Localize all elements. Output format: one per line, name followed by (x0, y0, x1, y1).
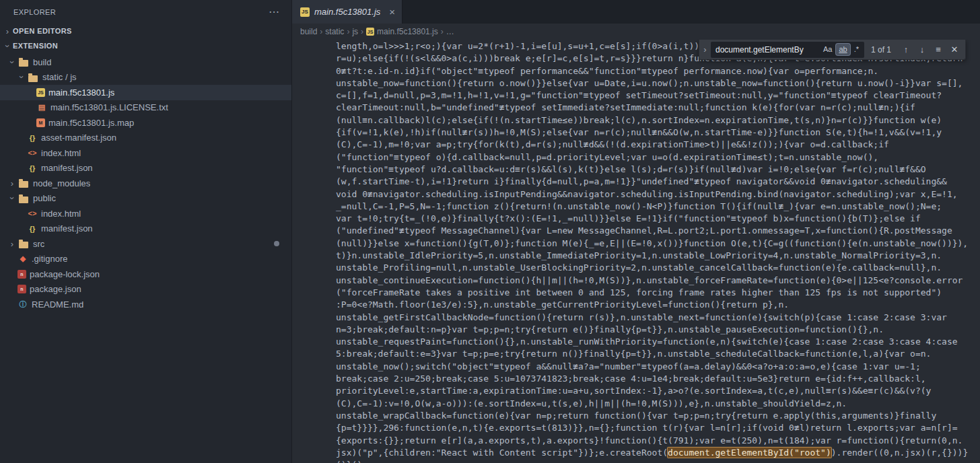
folder-icon (28, 75, 38, 82)
section-open-editors[interactable]: › OPEN EDITORS (0, 24, 291, 38)
file-label: package.json (30, 284, 81, 294)
folder-icon (19, 181, 28, 188)
js-file-icon: JS (366, 28, 374, 36)
breadcrumb-separator-icon: › (441, 27, 444, 36)
find-in-selection-icon[interactable]: ≡ (930, 42, 946, 58)
section-label: OPEN EDITORS (13, 27, 72, 35)
tree-item[interactable]: <> index.html (0, 145, 291, 161)
chevron-right-icon: › (2, 26, 13, 36)
editor-pane[interactable]: length,o=l>>>1;r<o;){var u=2*(r+1)-1,i=e… (292, 40, 980, 463)
explorer-more-actions-icon[interactable]: ⋯ (269, 7, 279, 17)
file-tree: › build › static / js JS main.f5c13801.j… (0, 55, 291, 312)
file-label: src (33, 239, 44, 249)
file-label: .gitignore (32, 254, 67, 264)
breadcrumb-item-file[interactable]: main.f5c13801.js (377, 27, 438, 36)
file-label: package-lock.json (30, 269, 100, 279)
find-results-count: 1 of 1 (871, 45, 891, 55)
tree-item[interactable]: › src (0, 236, 291, 252)
tree-item[interactable]: n package-lock.json (0, 266, 291, 282)
js-icon: JS (36, 88, 45, 97)
breadcrumb-item-js[interactable]: js (352, 27, 358, 36)
file-label: README.md (32, 299, 83, 310)
search-match-highlight: document.getElementById("root") (668, 448, 831, 458)
js-file-icon: JS (300, 7, 310, 17)
folder-icon (19, 242, 28, 248)
find-close-icon[interactable]: ✕ (946, 42, 963, 58)
npm-icon: n (18, 270, 26, 279)
file-label: build (33, 57, 51, 67)
chevron-down-icon: › (3, 40, 13, 51)
code-content: length,o=l>>>1;r<o;){var u=2*(r+1)-1,i=e… (292, 40, 980, 463)
file-label: manifest.json (41, 163, 93, 173)
file-label: asset-manifest.json (41, 133, 116, 143)
tab-close-icon[interactable]: × (389, 7, 395, 17)
npm-icon: n (18, 285, 26, 293)
modified-dot (274, 241, 279, 246)
find-input[interactable]: document.getElementBy Aa ab .* (711, 42, 864, 58)
breadcrumb-item-symbol[interactable]: … (446, 27, 454, 36)
chevron-down-icon: › (17, 72, 27, 83)
breadcrumb-item-static[interactable]: static (325, 27, 344, 36)
txt-icon: ▤ (36, 102, 47, 113)
breadcrumb-separator-icon: › (320, 27, 322, 36)
find-input-value: document.getElementBy (715, 45, 819, 55)
tree-item[interactable]: › build (0, 55, 291, 70)
file-label: main.f5c13801.js.map (48, 118, 134, 128)
tree-item[interactable]: <> index.html (0, 206, 291, 221)
file-label: main.f5c13801.js (48, 87, 114, 98)
tree-item[interactable]: n package.json (0, 282, 291, 297)
tree-item[interactable]: {} manifest.json (0, 161, 291, 176)
match-case-toggle[interactable]: Aa (820, 44, 835, 55)
file-label: manifest.json (41, 223, 93, 234)
tab-label: main.f5c13801.js (314, 7, 380, 17)
explorer-title: EXPLORER (13, 8, 56, 16)
regex-toggle[interactable]: .* (851, 44, 862, 55)
file-label: main.f5c13801.js.LICENSE.txt (50, 102, 168, 112)
tree-item[interactable]: M main.f5c13801.js.map (0, 115, 291, 131)
explorer-sidebar: EXPLORER ⋯ › OPEN EDITORS › EXTENSION › … (0, 0, 292, 463)
section-label: EXTENSION (13, 42, 58, 50)
file-label: static / js (42, 72, 77, 82)
whole-word-toggle[interactable]: ab (836, 44, 849, 55)
breadcrumb: build › static › js › JS main.f5c13801.j… (292, 24, 980, 40)
tree-item[interactable]: ◆ .gitignore (0, 252, 291, 267)
chevron-down-icon: › (7, 193, 18, 204)
folder-icon (19, 197, 28, 203)
json-icon: {} (27, 163, 38, 174)
breadcrumb-separator-icon: › (361, 27, 363, 36)
git-icon: ◆ (18, 254, 28, 264)
file-label: public (33, 193, 56, 203)
vscode-window: EXPLORER ⋯ › OPEN EDITORS › EXTENSION › … (0, 0, 980, 463)
tree-item[interactable]: {} asset-manifest.json (0, 131, 291, 146)
code-segment: length,o=l>>>1;r<o;){var u=2*(r+1)-1,i=e… (336, 41, 968, 458)
tree-item[interactable]: › node_modules (0, 176, 291, 191)
tab-main-f5c13801-js[interactable]: JS main.f5c13801.js × (292, 0, 403, 24)
tree-item[interactable]: JS main.f5c13801.js (0, 85, 291, 100)
md-icon: ⓘ (18, 299, 28, 310)
file-label: node_modules (33, 178, 90, 188)
tree-item[interactable]: ⓘ README.md (0, 297, 291, 312)
folder-icon (19, 60, 28, 67)
find-previous-icon[interactable]: ↑ (898, 42, 914, 58)
html-icon: <> (27, 147, 38, 158)
chevron-right-icon: › (7, 239, 18, 249)
breadcrumb-separator-icon: › (347, 27, 349, 36)
html-icon: <> (27, 208, 38, 219)
chevron-down-icon: › (7, 57, 18, 67)
file-label: index.html (41, 209, 81, 219)
section-extension-root[interactable]: › EXTENSION (0, 38, 291, 53)
tree-item[interactable]: › static / js (0, 70, 291, 85)
chevron-right-icon: › (7, 178, 18, 188)
tree-item[interactable]: › public (0, 191, 291, 207)
breadcrumb-item-build[interactable]: build (300, 27, 317, 36)
toggle-replace-icon[interactable]: › (699, 40, 711, 59)
file-label: index.html (41, 148, 81, 158)
editor-group: JS main.f5c13801.js × build › static › j… (292, 0, 980, 463)
json-icon: {} (27, 223, 38, 234)
tree-item[interactable]: {} manifest.json (0, 221, 291, 237)
explorer-header: EXPLORER ⋯ (0, 0, 291, 24)
map-icon: M (36, 118, 45, 127)
find-widget: › document.getElementBy Aa ab .* 1 of 1 … (699, 40, 966, 60)
find-next-icon[interactable]: ↓ (914, 42, 930, 58)
tree-item[interactable]: ▤ main.f5c13801.js.LICENSE.txt (0, 100, 291, 116)
